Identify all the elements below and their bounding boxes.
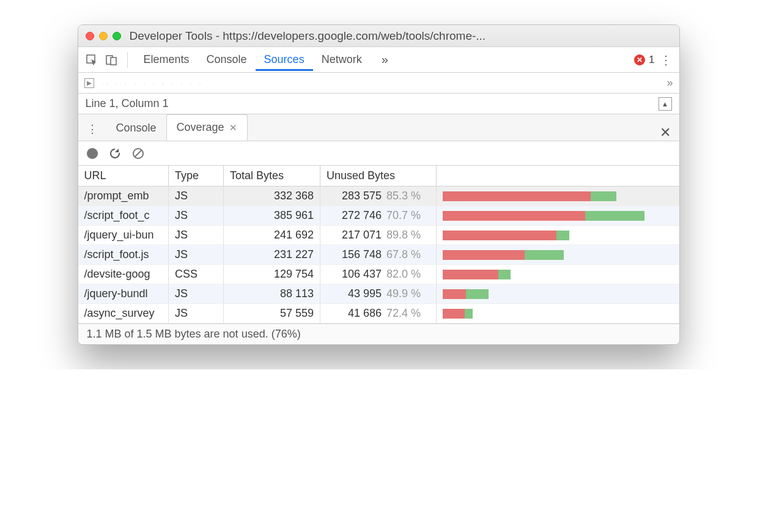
close-drawer-icon[interactable]: ✕ xyxy=(651,125,679,141)
cell-type: JS xyxy=(169,206,224,226)
reload-icon[interactable] xyxy=(109,147,121,160)
cell-url: /devsite-goog xyxy=(78,265,169,284)
table-row[interactable]: /prompt_embJS332 368283 57585.3 % xyxy=(78,187,679,206)
cell-type: JS xyxy=(169,245,224,265)
devtools-window: Developer Tools - https://developers.goo… xyxy=(78,24,680,345)
table-row[interactable]: /script_foot.jsJS231 227156 74867.8 % xyxy=(78,245,679,265)
coverage-summary: 1.1 MB of 1.5 MB bytes are not used. (76… xyxy=(78,323,679,344)
cell-type: JS xyxy=(169,226,224,245)
cell-unused: 106 43782.0 % xyxy=(320,265,437,284)
cell-url: /script_foot.js xyxy=(78,245,169,265)
drawer-tab-console[interactable]: Console xyxy=(106,116,166,141)
cell-unused: 272 74670.7 % xyxy=(320,206,437,226)
device-toggle-icon[interactable] xyxy=(103,51,120,68)
window-title: Developer Tools - https://developers.goo… xyxy=(130,29,672,43)
cell-usage-bar xyxy=(437,284,679,304)
cell-total: 231 227 xyxy=(224,245,320,265)
col-header-total[interactable]: Total Bytes xyxy=(224,166,320,187)
record-icon[interactable] xyxy=(87,148,98,159)
cell-total: 385 961 xyxy=(224,206,320,226)
cell-total: 332 368 xyxy=(224,187,320,206)
cell-type: JS xyxy=(169,304,224,323)
error-count[interactable]: ✕ 1 xyxy=(634,54,654,66)
minimize-icon[interactable] xyxy=(99,32,108,40)
table-row[interactable]: /devsite-googCSS129 754106 43782.0 % xyxy=(78,265,679,284)
cell-usage-bar xyxy=(437,226,679,245)
close-tab-icon[interactable]: ✕ xyxy=(229,122,237,133)
col-header-url[interactable]: URL xyxy=(78,166,169,187)
cell-usage-bar xyxy=(437,245,679,265)
maximize-icon[interactable] xyxy=(113,32,121,40)
panel-tab-network[interactable]: Network xyxy=(313,48,371,71)
cell-type: CSS xyxy=(169,265,224,284)
close-icon[interactable] xyxy=(86,32,94,40)
cell-usage-bar xyxy=(437,206,679,226)
svg-rect-2 xyxy=(111,57,116,65)
cell-unused: 283 57585.3 % xyxy=(320,187,437,206)
cell-unused: 41 68672.4 % xyxy=(320,304,437,323)
panel-tabs: ElementsConsoleSourcesNetwork xyxy=(135,48,371,71)
cell-type: JS xyxy=(169,187,224,206)
cell-total: 88 113 xyxy=(224,284,320,304)
drawer-tabs: ⋮ ConsoleCoverage✕ ✕ xyxy=(78,114,679,141)
drawer-menu-icon[interactable]: ⋮ xyxy=(78,117,106,141)
table-row[interactable]: /jquery-bundlJS88 11343 99549.9 % xyxy=(78,284,679,304)
drawer-tab-coverage[interactable]: Coverage✕ xyxy=(166,114,248,141)
cell-url: /script_foot_c xyxy=(78,206,169,226)
cell-unused: 156 74867.8 % xyxy=(320,245,437,265)
table-row[interactable]: /script_foot_cJS385 961272 74670.7 % xyxy=(78,206,679,226)
coverage-toolbar xyxy=(78,141,679,166)
status-line: Line 1, Column 1 ▲ xyxy=(78,94,679,114)
panel-tab-sources[interactable]: Sources xyxy=(256,48,313,71)
cursor-position: Line 1, Column 1 xyxy=(86,97,169,110)
run-snippet-icon[interactable]: ▶ xyxy=(84,78,94,88)
panel-tab-console[interactable]: Console xyxy=(198,48,256,71)
coverage-table: URL Type Total Bytes Unused Bytes /promp… xyxy=(78,166,679,323)
col-header-unused[interactable]: Unused Bytes xyxy=(320,166,437,187)
overflow-tabs-icon[interactable]: » xyxy=(373,48,397,72)
window-controls xyxy=(86,32,121,40)
obscured-text: ·· · · · · · · · · · · xyxy=(102,78,204,87)
col-header-type[interactable]: Type xyxy=(169,166,224,187)
sources-file-bar: ▶ ·· · · · · · · · · · · » xyxy=(78,73,679,94)
cell-url: /async_survey xyxy=(78,304,169,323)
cell-unused: 217 07189.8 % xyxy=(320,226,437,245)
cell-usage-bar xyxy=(437,304,679,323)
cell-url: /jquery_ui-bun xyxy=(78,226,169,245)
titlebar: Developer Tools - https://developers.goo… xyxy=(78,25,679,47)
svg-line-4 xyxy=(135,150,142,157)
table-row[interactable]: /jquery_ui-bunJS241 692217 07189.8 % xyxy=(78,226,679,245)
cell-unused: 43 99549.9 % xyxy=(320,284,437,304)
cell-usage-bar xyxy=(437,265,679,284)
error-count-value: 1 xyxy=(649,54,654,66)
overflow-icon[interactable]: » xyxy=(667,76,673,89)
cell-url: /jquery-bundl xyxy=(78,284,169,304)
col-header-bar xyxy=(437,166,679,187)
clear-icon[interactable] xyxy=(132,147,144,160)
cell-type: JS xyxy=(169,284,224,304)
panel-tab-elements[interactable]: Elements xyxy=(135,48,198,71)
cell-total: 241 692 xyxy=(224,226,320,245)
error-icon: ✕ xyxy=(634,54,645,65)
cell-url: /prompt_emb xyxy=(78,187,169,206)
main-toolbar: ElementsConsoleSourcesNetwork » ✕ 1 ⋮ xyxy=(78,47,679,73)
collapse-panel-icon[interactable]: ▲ xyxy=(659,97,672,111)
inspect-icon[interactable] xyxy=(83,51,100,68)
table-row[interactable]: /async_surveyJS57 55941 68672.4 % xyxy=(78,304,679,323)
kebab-menu-icon[interactable]: ⋮ xyxy=(657,51,674,68)
cell-total: 129 754 xyxy=(224,265,320,284)
cell-total: 57 559 xyxy=(224,304,320,323)
cell-usage-bar xyxy=(437,187,679,206)
